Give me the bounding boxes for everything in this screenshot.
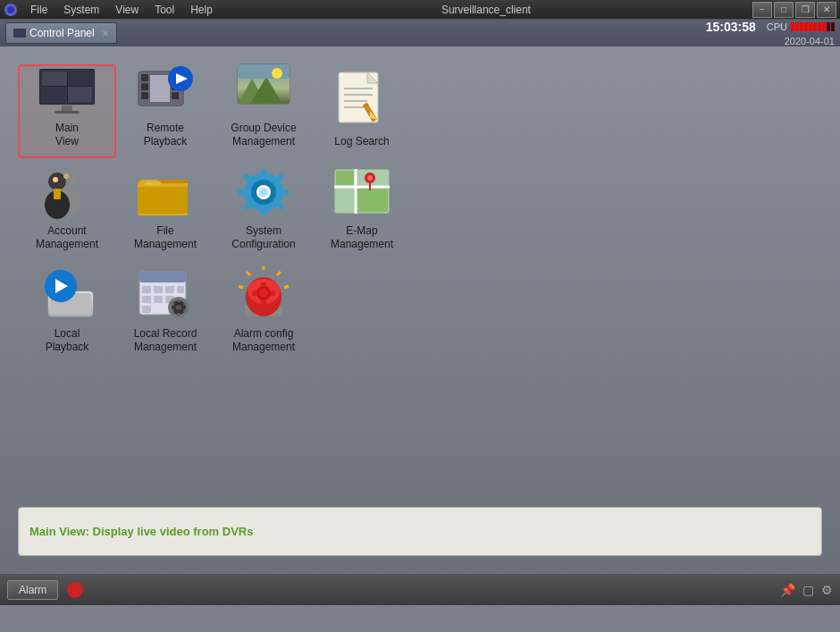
bottom-bar: Alarm 📌 ▢ ⚙ bbox=[0, 574, 840, 605]
svg-line-96 bbox=[277, 272, 281, 275]
icon-emap-mgmt[interactable]: E-Map Management bbox=[313, 167, 411, 261]
alarm-button[interactable]: Alarm bbox=[7, 580, 58, 600]
group-device-mgmt-icon bbox=[232, 61, 295, 116]
svg-point-59 bbox=[259, 188, 268, 197]
svg-rect-13 bbox=[141, 74, 148, 81]
svg-rect-76 bbox=[154, 286, 163, 293]
icon-alarm-config-mgmt[interactable]: Alarm config Management bbox=[214, 270, 313, 364]
svg-rect-79 bbox=[142, 296, 151, 303]
alarm-config-mgmt-label: Alarm config Management bbox=[232, 327, 295, 355]
status-text: Main View: Display live video from DVRs bbox=[29, 525, 253, 538]
svg-rect-102 bbox=[261, 282, 266, 287]
menu-item-system[interactable]: System bbox=[56, 2, 106, 18]
local-playback-label: Local Playback bbox=[46, 327, 89, 355]
tab-close-icon[interactable]: ✕ bbox=[102, 29, 109, 38]
svg-rect-104 bbox=[252, 291, 256, 296]
icon-local-record-mgmt[interactable]: Local Record Management bbox=[116, 270, 214, 364]
svg-rect-47 bbox=[145, 181, 161, 185]
icon-local-playback[interactable]: Local Playback bbox=[18, 270, 116, 364]
svg-point-44 bbox=[63, 173, 69, 179]
svg-rect-54 bbox=[281, 190, 290, 195]
close-button[interactable]: ✕ bbox=[817, 2, 836, 18]
svg-rect-8 bbox=[68, 87, 92, 102]
tab-icon bbox=[13, 29, 26, 38]
menu-item-file[interactable]: File bbox=[23, 2, 55, 18]
window-controls: − □ ❒ ✕ bbox=[752, 2, 836, 18]
app-title: Surveillance_client bbox=[222, 4, 751, 16]
pin-icon[interactable]: 📌 bbox=[780, 583, 795, 597]
icon-remote-playback[interactable]: Remote Playback bbox=[116, 64, 214, 158]
svg-point-89 bbox=[177, 313, 181, 316]
svg-line-98 bbox=[247, 272, 250, 275]
svg-point-27 bbox=[272, 68, 282, 79]
system-config-icon bbox=[232, 164, 295, 219]
group-device-mgmt-label: Group Device Management bbox=[231, 122, 296, 149]
svg-rect-18 bbox=[172, 92, 179, 99]
svg-rect-105 bbox=[271, 291, 275, 296]
icon-account-mgmt[interactable]: Account Management bbox=[18, 167, 116, 261]
svg-rect-9 bbox=[62, 105, 72, 111]
toolbar: Control Panel ✕ 15:03:58 CPU 2020-04-01 bbox=[0, 20, 840, 46]
account-mgmt-icon bbox=[36, 164, 98, 219]
icon-group-device-mgmt[interactable]: Group Device Management bbox=[214, 64, 313, 158]
svg-point-43 bbox=[53, 177, 58, 182]
icon-log-search[interactable]: Log Search bbox=[313, 64, 411, 158]
app-icon bbox=[4, 3, 18, 17]
icon-row-2: Local Playback bbox=[18, 270, 822, 364]
svg-point-101 bbox=[259, 289, 268, 298]
window-icon[interactable]: ▢ bbox=[802, 583, 814, 597]
svg-point-86 bbox=[177, 299, 181, 302]
tab-label: Control Panel bbox=[29, 27, 95, 39]
svg-rect-64 bbox=[357, 189, 388, 212]
remote-playback-label: Remote Playback bbox=[144, 122, 188, 149]
bottom-right-icons: 📌 ▢ ⚙ bbox=[780, 583, 833, 597]
svg-line-97 bbox=[284, 286, 289, 288]
emap-mgmt-icon bbox=[331, 164, 393, 219]
svg-rect-46 bbox=[138, 187, 188, 214]
icon-main-view[interactable]: Main View bbox=[18, 64, 116, 158]
restore-button[interactable]: ❒ bbox=[795, 2, 815, 18]
title-bar: File System View Tool Help Surveillance_… bbox=[0, 0, 840, 20]
svg-point-87 bbox=[183, 302, 187, 306]
svg-rect-82 bbox=[142, 306, 151, 313]
svg-rect-51 bbox=[261, 169, 266, 178]
log-search-label: Log Search bbox=[334, 135, 389, 149]
maximize-button[interactable]: □ bbox=[774, 2, 794, 18]
tab-control-panel[interactable]: Control Panel ✕ bbox=[5, 22, 117, 44]
icon-system-config[interactable]: System Configuration bbox=[214, 167, 313, 261]
time-display: 15:03:58 bbox=[706, 19, 756, 35]
svg-point-90 bbox=[171, 309, 174, 313]
svg-rect-42 bbox=[54, 189, 61, 199]
local-record-mgmt-label: Local Record Management bbox=[134, 327, 197, 355]
svg-rect-78 bbox=[177, 286, 184, 293]
remote-playback-icon bbox=[134, 63, 197, 116]
icon-row-0: Main View bbox=[18, 64, 822, 158]
icon-file-mgmt[interactable]: File Management bbox=[116, 167, 214, 261]
svg-rect-74 bbox=[139, 272, 186, 282]
minimize-button[interactable]: − bbox=[752, 2, 772, 18]
settings-icon[interactable]: ⚙ bbox=[821, 583, 833, 597]
menu-item-view[interactable]: View bbox=[108, 2, 146, 18]
emap-mgmt-label: E-Map Management bbox=[331, 224, 393, 252]
svg-rect-53 bbox=[238, 190, 247, 195]
clock-area: 15:03:58 CPU 2020-04-01 bbox=[706, 19, 835, 47]
cpu-bar: 15:03:58 CPU bbox=[706, 19, 835, 35]
main-view-icon bbox=[36, 66, 98, 116]
svg-rect-15 bbox=[141, 92, 148, 99]
svg-rect-14 bbox=[141, 83, 148, 90]
menu-item-tool[interactable]: Tool bbox=[147, 2, 181, 18]
svg-point-66 bbox=[367, 175, 373, 181]
alarm-status-icon bbox=[67, 582, 83, 598]
svg-rect-80 bbox=[154, 296, 163, 303]
alarm-config-mgmt-icon bbox=[232, 266, 295, 322]
svg-rect-5 bbox=[42, 72, 67, 86]
svg-rect-19 bbox=[150, 75, 170, 102]
svg-rect-103 bbox=[261, 299, 266, 304]
menu-item-help[interactable]: Help bbox=[183, 2, 220, 18]
log-search-icon bbox=[331, 67, 393, 130]
local-record-mgmt-icon bbox=[134, 266, 197, 322]
system-config-label: System Configuration bbox=[231, 224, 295, 252]
svg-point-1 bbox=[7, 6, 14, 13]
icon-grid: Main View bbox=[18, 64, 822, 507]
file-mgmt-icon bbox=[134, 164, 197, 219]
